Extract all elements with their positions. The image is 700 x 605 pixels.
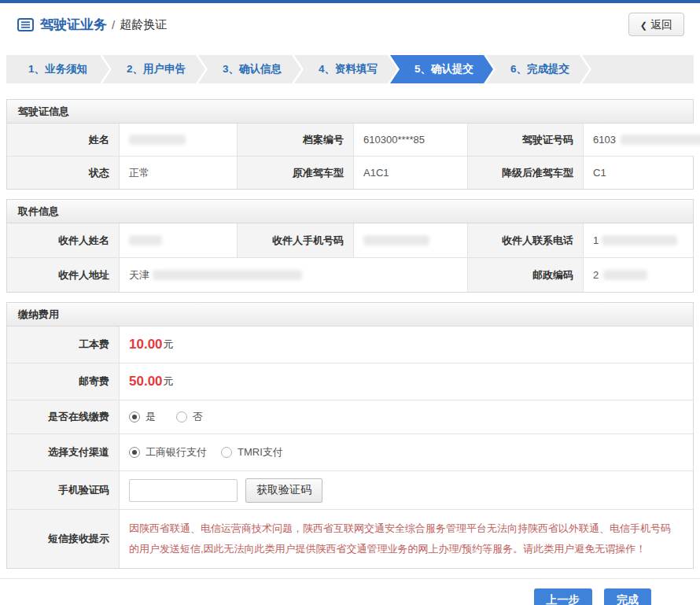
wizard-step-5-active[interactable]: 5、确认提交 — [390, 55, 493, 83]
recipient-address-label: 收件人地址 — [7, 258, 119, 292]
postage-fee-amount: 50.00 — [129, 374, 163, 389]
online-pay-options: 是 否 — [119, 400, 693, 433]
downgraded-class-label: 降级后准驾车型 — [467, 157, 583, 189]
page-header: 驾驶证业务 / 超龄换证 ❮返回 — [0, 3, 700, 46]
redacted-recipient-tel — [602, 235, 677, 245]
name-value — [119, 124, 237, 156]
recipient-mobile-value — [353, 223, 467, 257]
pay-channel-options: 工商银行支付 TMRI支付 — [119, 434, 693, 470]
downgraded-class-value: C1 — [583, 157, 693, 189]
table-row: 状态 正常 原准驾车型 A1C1 降级后准驾车型 C1 — [7, 156, 693, 189]
online-pay-yes-label: 是 — [146, 410, 156, 424]
pay-channel-label: 选择支付渠道 — [7, 434, 119, 470]
channel-tmri-option[interactable]: TMRI支付 — [221, 445, 283, 459]
section-payment-title: 缴纳费用 — [7, 303, 693, 326]
sms-code-input[interactable] — [129, 479, 238, 502]
pay-channel-row: 选择支付渠道 工商银行支付 TMRI支付 — [7, 433, 693, 470]
sms-notice-row: 短信接收提示 因陕西省联通、电信运营商技术问题，陕西省互联网交通安全综合服务管理… — [7, 509, 693, 568]
back-button[interactable]: ❮返回 — [628, 13, 684, 36]
radio-checked-icon[interactable] — [129, 447, 140, 458]
table-row: 姓名 档案编号 610300****85 驾驶证号码 6103 — [7, 124, 693, 156]
online-pay-label: 是否在线缴费 — [7, 400, 119, 433]
table-row: 收件人地址 天津 邮政编码 2 — [7, 257, 693, 292]
license-no-label: 驾驶证号码 — [467, 124, 583, 156]
production-fee-amount: 10.00 — [129, 337, 163, 352]
wizard-filler — [582, 55, 694, 83]
finish-button[interactable]: 完成 — [604, 588, 651, 605]
production-fee-unit: 元 — [164, 338, 174, 352]
channel-tmri-label: TMRI支付 — [238, 445, 283, 459]
production-fee-label: 工本费 — [7, 326, 119, 363]
online-pay-no-label: 否 — [193, 410, 203, 424]
redacted-postal-code — [603, 270, 647, 280]
sms-code-row: 手机验证码 获取验证码 — [7, 470, 693, 509]
sms-notice-label: 短信接收提示 — [7, 510, 119, 568]
previous-step-button[interactable]: 上一步 — [534, 588, 592, 605]
section-license-info: 驾驶证信息 姓名 档案编号 610300****85 驾驶证号码 6103 状态… — [6, 99, 694, 190]
wizard-step-6[interactable]: 6、完成提交 — [486, 55, 589, 83]
production-fee-value: 10.00元 — [119, 326, 693, 363]
redacted-recipient-mobile — [363, 235, 429, 245]
radio-checked-icon[interactable] — [129, 411, 140, 422]
postal-code-value: 2 — [583, 258, 693, 292]
name-label: 姓名 — [7, 124, 119, 156]
table-row: 收件人姓名 收件人手机号码 收件人联系电话 1 — [7, 223, 693, 257]
license-no-value: 6103 — [583, 124, 700, 156]
file-no-label: 档案编号 — [237, 124, 353, 156]
license-services-icon — [17, 18, 34, 31]
recipient-tel-value: 1 — [583, 223, 693, 257]
sms-code-label: 手机验证码 — [7, 471, 119, 509]
orig-class-label: 原准驾车型 — [237, 157, 353, 189]
wizard-step-2[interactable]: 2、用户申告 — [102, 55, 205, 83]
recipient-name-label: 收件人姓名 — [7, 223, 119, 257]
breadcrumb-separator: / — [112, 18, 115, 31]
get-sms-code-button[interactable]: 获取验证码 — [245, 478, 322, 503]
page-title: 驾驶证业务 — [40, 16, 107, 34]
radio-unchecked-icon[interactable] — [221, 447, 232, 458]
footer-actions: 上一步 完成 — [0, 578, 700, 605]
wizard-step-3[interactable]: 3、确认信息 — [198, 55, 301, 83]
postage-fee-row: 邮寄费 50.00元 — [7, 363, 693, 400]
section-license-title: 驾驶证信息 — [7, 100, 693, 124]
recipient-mobile-label: 收件人手机号码 — [237, 223, 353, 257]
status-value: 正常 — [119, 157, 237, 189]
postage-fee-value: 50.00元 — [119, 363, 693, 400]
step-wizard: 1、业务须知 2、用户申告 3、确认信息 4、资料填写 5、确认提交 6、完成提… — [6, 55, 694, 83]
recipient-name-value — [119, 223, 237, 257]
redacted-recipient-name — [129, 235, 162, 245]
file-no-value: 610300****85 — [353, 124, 467, 156]
redacted-recipient-address — [153, 270, 302, 280]
status-label: 状态 — [7, 157, 119, 189]
redacted-license-no — [621, 135, 700, 145]
radio-unchecked-icon[interactable] — [176, 411, 187, 422]
online-pay-no-option[interactable]: 否 — [176, 410, 203, 424]
orig-class-value: A1C1 — [353, 157, 467, 189]
section-pickup-info: 取件信息 收件人姓名 收件人手机号码 收件人联系电话 1 收件人地址 天津 邮政… — [6, 199, 694, 293]
online-pay-row: 是否在线缴费 是 否 — [7, 400, 693, 433]
online-pay-yes-option[interactable]: 是 — [129, 410, 156, 424]
postal-code-label: 邮政编码 — [467, 258, 583, 292]
sms-notice-text: 因陕西省联通、电信运营商技术问题，陕西省互联网交通安全综合服务管理平台无法向持陕… — [129, 511, 683, 567]
recipient-address-value: 天津 — [119, 258, 467, 292]
back-chevron-icon: ❮ — [640, 20, 647, 30]
wizard-step-1[interactable]: 1、业务须知 — [6, 55, 109, 83]
section-payment: 缴纳费用 工本费 10.00元 邮寄费 50.00元 是否在线缴费 是 否 选择… — [6, 302, 694, 569]
recipient-tel-label: 收件人联系电话 — [467, 223, 583, 257]
production-fee-row: 工本费 10.00元 — [7, 326, 693, 363]
redacted-name — [129, 135, 186, 145]
sms-notice-cell: 因陕西省联通、电信运营商技术问题，陕西省互联网交通安全综合服务管理平台无法向持陕… — [119, 510, 693, 568]
postage-fee-unit: 元 — [164, 374, 174, 389]
breadcrumb-current: 超龄换证 — [120, 17, 167, 32]
channel-icbc-label: 工商银行支付 — [146, 445, 207, 459]
channel-icbc-option[interactable]: 工商银行支付 — [129, 445, 207, 459]
postage-fee-label: 邮寄费 — [7, 363, 119, 400]
section-pickup-title: 取件信息 — [7, 200, 693, 223]
sms-code-controls: 获取验证码 — [119, 471, 693, 509]
back-button-label: 返回 — [650, 18, 672, 31]
wizard-step-4[interactable]: 4、资料填写 — [294, 55, 397, 83]
